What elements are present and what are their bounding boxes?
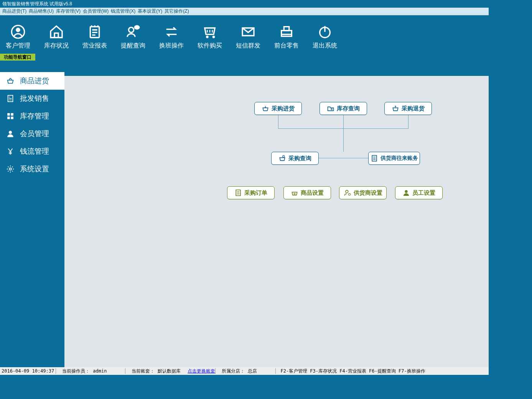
swap-icon: [164, 24, 179, 39]
cart-icon: [202, 24, 217, 39]
basket-down-icon: [262, 105, 269, 112]
folder-search-icon: [327, 105, 334, 112]
sidebar-item-label: 会员管理: [20, 129, 49, 139]
toolbar-inventory-status[interactable]: 库存状况: [43, 24, 70, 50]
receipt-icon: [6, 94, 15, 103]
home-icon: [49, 24, 64, 39]
sidebar-item-settings[interactable]: 系统设置: [0, 160, 64, 178]
btn-staff-settings[interactable]: 员工设置: [395, 186, 443, 199]
svg-point-6: [213, 36, 215, 38]
menu-other-ops[interactable]: 其它操作(Z): [165, 8, 189, 15]
basket-up-icon: [392, 105, 399, 112]
flow-label: 供货商设置: [354, 189, 382, 197]
envelope-icon: [240, 24, 256, 39]
sidebar-item-label: 钱流管理: [20, 146, 49, 156]
toolbar-shift-change[interactable]: 换班操作: [158, 24, 185, 50]
btn-purchase-order[interactable]: 采购订单: [227, 186, 275, 199]
svg-point-5: [206, 36, 208, 38]
svg-point-3: [128, 27, 133, 32]
flow-label: 采购进货: [272, 105, 295, 112]
toolbar-label: 库存状况: [44, 42, 69, 50]
toolbar-label: 退出系统: [313, 42, 337, 50]
menu-goods-purchase[interactable]: 商品进货(T): [2, 8, 26, 15]
status-branch-lbl: 所属分店：总店: [219, 368, 260, 374]
sidebar-item-label: 库存管理: [20, 111, 49, 121]
flow-label: 库存查询: [337, 105, 360, 112]
menu-inventory-mgmt[interactable]: 库存管理(V): [56, 8, 81, 15]
grid-icon: [6, 112, 15, 120]
toolbar-label: 软件购买: [198, 42, 222, 50]
toolbar-customer-mgmt[interactable]: 客户管理: [5, 24, 31, 50]
flow-label: 采购查询: [288, 155, 311, 162]
btn-supplier-settings[interactable]: 供货商设置: [339, 186, 387, 199]
basket-gear-icon: [291, 189, 298, 197]
toolbar-pos-retail[interactable]: 前台零售: [273, 24, 300, 50]
svg-rect-7: [282, 30, 292, 36]
connector-line: [319, 158, 368, 158]
svg-point-16: [9, 168, 12, 170]
toolbar-remind-query[interactable]: 提醒查询: [120, 24, 147, 50]
svg-rect-11: [8, 113, 10, 116]
sidebar: 商品进货 批发销售 库存管理 会员管理 钱流管理 系统设置: [0, 61, 64, 368]
toolbar-business-report[interactable]: 营业报表: [81, 24, 108, 50]
menu-goods-sales[interactable]: 商品销售(U): [29, 8, 54, 15]
flow-supplier-account[interactable]: 供货商往来账务: [368, 152, 420, 165]
tabbar: 功能导航窗口: [0, 54, 489, 61]
menu-member-mgmt[interactable]: 会员管理(W): [83, 8, 109, 15]
btn-goods-settings[interactable]: 商品设置: [283, 186, 331, 199]
flow-label: 员工设置: [412, 189, 435, 197]
connector-line: [278, 115, 278, 128]
status-shortcuts: F2-客户管理 F3-库存状况 F4-营业报表 F6-提醒查询 F7-换班操作: [279, 368, 427, 374]
flow-purchase-in[interactable]: 采购进货: [254, 102, 302, 115]
sidebar-item-inventory[interactable]: 库存管理: [0, 107, 64, 125]
toolbar-software-buy[interactable]: 软件购买: [196, 24, 223, 50]
toolbar-label: 客户管理: [6, 42, 30, 50]
user-chat-icon: [125, 24, 141, 39]
sidebar-item-purchase[interactable]: 商品进货: [0, 72, 64, 90]
sidebar-item-label: 系统设置: [20, 164, 49, 174]
status-account-lbl: 当前账套：默认数据库: [128, 368, 184, 374]
connector-line: [408, 115, 408, 128]
svg-rect-12: [11, 113, 13, 116]
svg-rect-13: [8, 117, 10, 119]
sidebar-item-member[interactable]: 会员管理: [0, 125, 64, 143]
menubar: 商品进货(T) 商品销售(U) 库存管理(V) 会员管理(W) 钱流管理(X) …: [0, 8, 489, 15]
menu-cashflow-mgmt[interactable]: 钱流管理(X): [111, 8, 135, 15]
yen-icon: [6, 147, 15, 156]
svg-point-21: [294, 193, 295, 194]
svg-point-24: [405, 190, 408, 193]
flow-inventory-query[interactable]: 库存查询: [320, 102, 367, 115]
power-icon: [317, 24, 333, 39]
toolbar-label: 短信群发: [236, 42, 260, 50]
cash-register-icon: [279, 24, 294, 39]
flow-label: 采购退货: [402, 105, 425, 112]
toolbar-label: 前台零售: [274, 42, 299, 50]
toolbar-label: 提醒查询: [121, 42, 145, 50]
sidebar-item-cashflow[interactable]: 钱流管理: [0, 143, 64, 160]
menu-basic-settings[interactable]: 基本设置(Y): [138, 8, 162, 15]
toolbar-exit-system[interactable]: 退出系统: [311, 24, 338, 50]
svg-rect-8: [284, 26, 289, 30]
status-bar: 2016-04-09 10:49:37 当前操作员：admin 当前账套：默认数…: [0, 367, 489, 375]
notepad-icon: [87, 24, 102, 39]
flow-purchase-return[interactable]: 采购退货: [384, 102, 432, 115]
svg-point-17: [331, 108, 332, 110]
sidebar-item-wholesale[interactable]: 批发销售: [0, 90, 64, 107]
tab-nav-window[interactable]: 功能导航窗口: [0, 54, 35, 61]
toolbar-sms-send[interactable]: 短信群发: [235, 24, 262, 50]
doc-icon: [234, 189, 242, 197]
flow-label: 商品设置: [301, 189, 324, 197]
svg-rect-14: [11, 117, 13, 119]
svg-point-22: [346, 190, 348, 193]
flow-label: 采购订单: [244, 189, 267, 197]
svg-point-18: [283, 156, 285, 158]
svg-point-23: [348, 194, 350, 195]
gear-icon: [6, 165, 15, 173]
sidebar-item-label: 商品进货: [20, 76, 49, 86]
toolbar: 客户管理 库存状况 营业报表 提醒查询 换班操作 软件购买 短信群发 前台零售: [0, 15, 489, 54]
status-switch-account-link[interactable]: 点击更换账套: [188, 368, 215, 374]
svg-point-1: [16, 28, 20, 32]
flow-purchase-query[interactable]: 采购查询: [271, 152, 319, 165]
user-gear-icon: [344, 189, 351, 197]
svg-point-15: [9, 131, 12, 134]
